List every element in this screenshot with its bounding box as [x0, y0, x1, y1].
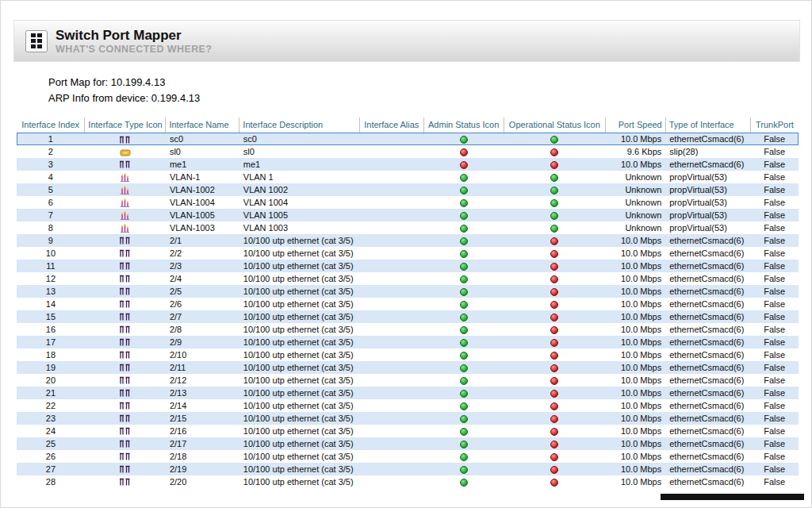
- column-header[interactable]: Interface Index: [17, 117, 85, 133]
- cell-interface-description: 10/100 utp ethernet (cat 3/5): [239, 323, 360, 336]
- table-row[interactable]: 272/1910/100 utp ethernet (cat 3/5)10.0 …: [17, 463, 799, 475]
- cell-interface-alias: [359, 234, 423, 247]
- app-header-text: Switch Port Mapper WHAT'S CONNECTED WHER…: [56, 27, 212, 55]
- cell-admin-status: [423, 145, 504, 158]
- cell-admin-status: [423, 361, 504, 374]
- cell-port-speed: 9.6 Kbps: [605, 145, 665, 158]
- cell-interface-index: 8: [17, 221, 85, 234]
- table-row[interactable]: 3me1me110.0 MbpsethernetCsmacd(6)False: [17, 158, 799, 171]
- table-row[interactable]: 222/1410/100 utp ethernet (cat 3/5)10.0 …: [17, 399, 799, 412]
- green-status-icon: [460, 377, 468, 385]
- cell-admin-status: [423, 183, 504, 196]
- cell-admin-status: [423, 196, 504, 209]
- cell-admin-status: [423, 260, 504, 272]
- cell-operational-status: [504, 450, 605, 463]
- table-row[interactable]: 142/610/100 utp ethernet (cat 3/5)10.0 M…: [17, 298, 799, 310]
- table-row[interactable]: 162/810/100 utp ethernet (cat 3/5)10.0 M…: [17, 323, 799, 336]
- table-row[interactable]: 132/510/100 utp ethernet (cat 3/5)10.0 M…: [17, 285, 799, 298]
- red-status-icon: [550, 479, 558, 487]
- table-row[interactable]: 282/2010/100 utp ethernet (cat 3/5)10.0 …: [17, 475, 799, 488]
- cell-type-of-interface: ethernetCsmacd(6): [665, 133, 750, 145]
- table-row[interactable]: 212/1310/100 utp ethernet (cat 3/5)10.0 …: [17, 387, 799, 399]
- cell-type-of-interface: ethernetCsmacd(6): [665, 399, 750, 412]
- green-status-icon: [460, 136, 468, 144]
- cell-interface-description: VLAN 1005: [239, 209, 360, 221]
- cell-trunkport: False: [750, 298, 799, 310]
- cell-interface-name: 2/17: [166, 437, 239, 450]
- table-row[interactable]: 122/410/100 utp ethernet (cat 3/5)10.0 M…: [17, 272, 799, 285]
- table-row[interactable]: 242/1610/100 utp ethernet (cat 3/5)10.0 …: [17, 425, 799, 437]
- table-row[interactable]: 6VLAN-1004VLAN 1004UnknownpropVirtual(53…: [17, 196, 799, 209]
- table-row[interactable]: 202/1210/100 utp ethernet (cat 3/5)10.0 …: [17, 374, 799, 387]
- cell-interface-type-icon: [85, 133, 166, 145]
- cell-admin-status: [423, 247, 504, 260]
- column-header[interactable]: Admin Status Icon: [423, 117, 504, 133]
- red-status-icon: [550, 263, 558, 271]
- cell-interface-index: 23: [17, 412, 85, 425]
- cell-port-speed: Unknown: [605, 183, 665, 196]
- cell-port-speed: 10.0 Mbps: [605, 425, 665, 437]
- cell-interface-description: 10/100 utp ethernet (cat 3/5): [239, 234, 360, 247]
- column-header[interactable]: Interface Type Icon: [85, 117, 166, 133]
- cell-interface-index: 1: [17, 133, 85, 145]
- cell-trunkport: False: [750, 145, 799, 158]
- cell-trunkport: False: [750, 221, 799, 234]
- port-table: Interface IndexInterface Type IconInterf…: [17, 117, 799, 488]
- green-status-icon: [460, 301, 468, 309]
- table-row[interactable]: 7VLAN-1005VLAN 1005UnknownpropVirtual(53…: [17, 209, 799, 221]
- cell-interface-type-icon: [85, 221, 166, 234]
- table-row[interactable]: 152/710/100 utp ethernet (cat 3/5)10.0 M…: [17, 310, 799, 323]
- column-header[interactable]: Port Speed: [605, 117, 665, 133]
- table-row[interactable]: 262/1810/100 utp ethernet (cat 3/5)10.0 …: [17, 450, 799, 463]
- cell-type-of-interface: ethernetCsmacd(6): [665, 298, 750, 310]
- cell-port-speed: 10.0 Mbps: [605, 298, 665, 310]
- column-header[interactable]: Interface Name: [166, 117, 239, 133]
- cell-type-of-interface: ethernetCsmacd(6): [665, 285, 750, 298]
- column-header[interactable]: TrunkPort: [750, 117, 799, 133]
- vlan-icon: [120, 222, 130, 232]
- table-row[interactable]: 172/910/100 utp ethernet (cat 3/5)10.0 M…: [17, 336, 799, 348]
- cell-interface-name: 2/8: [166, 323, 239, 336]
- cell-port-speed: 10.0 Mbps: [605, 361, 665, 374]
- table-row[interactable]: 102/210/100 utp ethernet (cat 3/5)10.0 M…: [17, 247, 799, 260]
- cell-interface-name: VLAN-1: [166, 171, 239, 183]
- green-status-icon: [460, 250, 468, 258]
- cell-interface-description: VLAN 1: [239, 171, 360, 183]
- table-row[interactable]: 1sc0sc010.0 MbpsethernetCsmacd(6)False: [17, 133, 799, 145]
- column-header[interactable]: Interface Description: [239, 117, 360, 133]
- table-row[interactable]: 2sl0sl09.6 Kbpsslip(28)False: [17, 145, 799, 158]
- table-row[interactable]: 5VLAN-1002VLAN 1002UnknownpropVirtual(53…: [17, 183, 799, 196]
- cell-interface-alias: [359, 374, 423, 387]
- cell-interface-description: 10/100 utp ethernet (cat 3/5): [239, 437, 360, 450]
- cell-trunkport: False: [750, 450, 799, 463]
- cell-operational-status: [504, 425, 605, 437]
- cell-port-speed: 10.0 Mbps: [605, 387, 665, 399]
- column-header[interactable]: Type of Interface: [665, 117, 750, 133]
- cell-interface-description: 10/100 utp ethernet (cat 3/5): [239, 336, 360, 348]
- table-row[interactable]: 252/1710/100 utp ethernet (cat 3/5)10.0 …: [17, 437, 799, 450]
- red-status-icon: [550, 250, 558, 258]
- column-header[interactable]: Interface Alias: [359, 117, 423, 133]
- cell-type-of-interface: propVirtual(53): [665, 221, 750, 234]
- nic-icon: [119, 236, 131, 245]
- cell-operational-status: [504, 361, 605, 374]
- cell-interface-index: 7: [17, 209, 85, 221]
- cell-trunkport: False: [750, 336, 799, 348]
- green-status-icon: [460, 339, 468, 347]
- cell-trunkport: False: [750, 361, 799, 374]
- cell-interface-alias: [359, 298, 423, 310]
- table-row[interactable]: 8VLAN-1003VLAN 1003UnknownpropVirtual(53…: [17, 221, 799, 234]
- table-row[interactable]: 182/1010/100 utp ethernet (cat 3/5)10.0 …: [17, 348, 799, 361]
- cell-interface-index: 12: [17, 272, 85, 285]
- cell-port-speed: 10.0 Mbps: [605, 374, 665, 387]
- table-row[interactable]: 92/110/100 utp ethernet (cat 3/5)10.0 Mb…: [17, 234, 799, 247]
- cell-type-of-interface: propVirtual(53): [665, 209, 750, 221]
- table-row[interactable]: 4VLAN-1VLAN 1UnknownpropVirtual(53)False: [17, 171, 799, 183]
- cell-trunkport: False: [750, 348, 799, 361]
- cell-trunkport: False: [750, 437, 799, 450]
- column-header[interactable]: Operational Status Icon: [504, 117, 605, 133]
- table-row[interactable]: 112/310/100 utp ethernet (cat 3/5)10.0 M…: [17, 260, 799, 272]
- red-status-icon: [550, 377, 558, 385]
- table-row[interactable]: 192/1110/100 utp ethernet (cat 3/5)10.0 …: [17, 361, 799, 374]
- table-row[interactable]: 232/1510/100 utp ethernet (cat 3/5)10.0 …: [17, 412, 799, 425]
